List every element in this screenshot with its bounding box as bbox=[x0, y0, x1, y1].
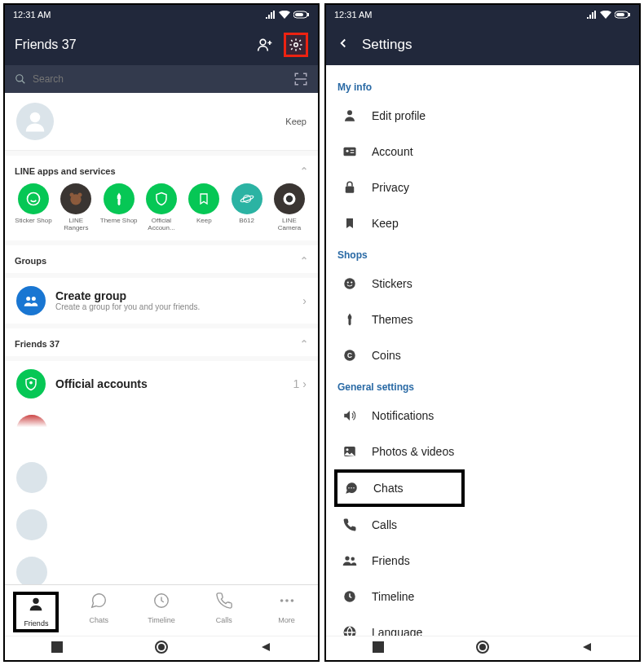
official-count: 1 bbox=[293, 377, 300, 390]
settings-button[interactable] bbox=[284, 33, 308, 57]
avatar bbox=[16, 415, 47, 446]
friend-row[interactable] bbox=[5, 501, 318, 548]
app-line-camera[interactable]: LINE Camera bbox=[271, 183, 308, 232]
settings-stickers[interactable]: Stickers bbox=[337, 266, 628, 302]
home-button[interactable] bbox=[155, 641, 168, 657]
lock-icon bbox=[341, 178, 359, 196]
settings-account[interactable]: Account bbox=[337, 134, 628, 170]
svg-point-20 bbox=[280, 599, 283, 602]
phone-icon bbox=[215, 592, 233, 610]
home-button[interactable] bbox=[476, 641, 489, 657]
svg-point-12 bbox=[240, 195, 254, 203]
nav-timeline[interactable]: Timeline bbox=[139, 592, 184, 632]
settings-photos[interactable]: Photos & videos bbox=[337, 434, 628, 469]
create-group-row[interactable]: Create group Create a group for you and … bbox=[5, 278, 318, 324]
settings-friends[interactable]: Friends bbox=[337, 543, 628, 579]
keep-label[interactable]: Keep bbox=[285, 117, 307, 126]
recent-button[interactable] bbox=[51, 641, 63, 656]
svg-rect-33 bbox=[351, 152, 355, 153]
system-nav bbox=[5, 636, 318, 660]
person-icon bbox=[341, 107, 359, 125]
svg-point-17 bbox=[30, 381, 32, 383]
app-sticker-shop[interactable]: Sticker Shop bbox=[15, 183, 52, 232]
settings-calls[interactable]: Calls bbox=[337, 507, 628, 543]
settings-themes[interactable]: Themes bbox=[337, 302, 628, 337]
nav-friends[interactable]: Friends bbox=[13, 592, 59, 632]
official-accounts-row[interactable]: Official accounts 1 › bbox=[5, 361, 318, 407]
nav-more[interactable]: More bbox=[264, 592, 310, 632]
battery-icon bbox=[293, 11, 310, 19]
settings-privacy[interactable]: Privacy bbox=[337, 170, 628, 205]
back-button[interactable] bbox=[336, 36, 351, 54]
globe-icon bbox=[341, 623, 359, 636]
search-input[interactable] bbox=[33, 73, 287, 85]
friend-row[interactable] bbox=[5, 548, 318, 584]
category-shops: Shops bbox=[337, 241, 628, 266]
person-icon bbox=[27, 595, 45, 613]
chevron-up-icon[interactable]: ⌃ bbox=[300, 338, 308, 350]
status-bar: 12:31 AM bbox=[326, 5, 639, 24]
add-friend-button[interactable] bbox=[253, 33, 277, 57]
apps-section: LINE apps and services⌃ Sticker Shop LIN… bbox=[5, 156, 318, 240]
chat-icon bbox=[342, 479, 360, 497]
groups-title: Groups bbox=[15, 256, 46, 266]
add-person-icon bbox=[257, 37, 273, 53]
chevron-up-icon[interactable]: ⌃ bbox=[300, 255, 308, 266]
back-button[interactable] bbox=[581, 641, 593, 656]
nav-calls[interactable]: Calls bbox=[201, 592, 247, 632]
app-theme-shop[interactable]: Theme Shop bbox=[100, 183, 138, 232]
status-time: 12:31 AM bbox=[334, 10, 372, 20]
friend-row[interactable] bbox=[5, 454, 318, 501]
friends-content[interactable]: Keep LINE apps and services⌃ Sticker Sho… bbox=[5, 93, 318, 584]
group-icon bbox=[16, 286, 46, 315]
speaker-icon bbox=[341, 407, 359, 425]
svg-point-5 bbox=[16, 75, 23, 81]
app-official-account[interactable]: Official Accoun... bbox=[143, 183, 180, 232]
bear-icon bbox=[68, 191, 84, 207]
recent-button[interactable] bbox=[373, 641, 384, 656]
svg-rect-30 bbox=[344, 148, 356, 156]
phone-icon bbox=[341, 516, 359, 534]
settings-coins[interactable]: CCoins bbox=[337, 337, 628, 373]
settings-language[interactable]: Language bbox=[337, 614, 628, 636]
signal-icon bbox=[587, 11, 597, 19]
settings-header: Settings bbox=[326, 24, 639, 65]
settings-keep[interactable]: Keep bbox=[337, 205, 628, 241]
status-bar: 12:31 AM bbox=[5, 5, 318, 24]
svg-rect-1 bbox=[295, 13, 303, 16]
app-b612[interactable]: B612 bbox=[228, 183, 266, 232]
svg-point-51 bbox=[479, 644, 486, 650]
svg-rect-34 bbox=[346, 187, 355, 193]
wifi-icon bbox=[600, 11, 611, 19]
svg-rect-2 bbox=[307, 13, 309, 16]
scan-icon[interactable] bbox=[293, 72, 308, 86]
chevron-up-icon[interactable]: ⌃ bbox=[300, 165, 308, 177]
nav-chats[interactable]: Chats bbox=[76, 592, 121, 632]
back-button[interactable] bbox=[260, 641, 271, 656]
svg-point-41 bbox=[346, 448, 349, 451]
image-icon bbox=[341, 443, 359, 460]
friends-header: Friends 37 bbox=[5, 24, 318, 65]
my-profile-row[interactable]: Keep bbox=[5, 93, 318, 151]
settings-notifications[interactable]: Notifications bbox=[337, 398, 628, 434]
app-keep[interactable]: Keep bbox=[185, 183, 223, 232]
battery-icon bbox=[615, 11, 631, 19]
svg-point-10 bbox=[78, 193, 82, 197]
svg-point-14 bbox=[286, 196, 293, 202]
create-group-sub: Create a group for you and your friends. bbox=[55, 302, 200, 311]
clock-icon bbox=[152, 592, 170, 610]
brush-icon bbox=[341, 310, 359, 328]
friend-row[interactable] bbox=[5, 407, 318, 454]
settings-body[interactable]: My info Edit profile Account Privacy Kee… bbox=[326, 65, 639, 636]
smile-icon bbox=[25, 191, 42, 207]
svg-point-7 bbox=[28, 193, 40, 205]
settings-timeline[interactable]: Timeline bbox=[337, 579, 628, 614]
settings-chats[interactable]: Chats bbox=[334, 469, 465, 507]
svg-point-42 bbox=[348, 487, 350, 489]
app-line-rangers[interactable]: LINE Rangers bbox=[57, 183, 95, 232]
groups-section: Groups⌃ bbox=[5, 245, 318, 273]
svg-point-15 bbox=[26, 297, 30, 301]
search-bar[interactable] bbox=[5, 65, 318, 93]
settings-edit-profile[interactable]: Edit profile bbox=[337, 98, 628, 134]
svg-rect-23 bbox=[51, 641, 63, 653]
